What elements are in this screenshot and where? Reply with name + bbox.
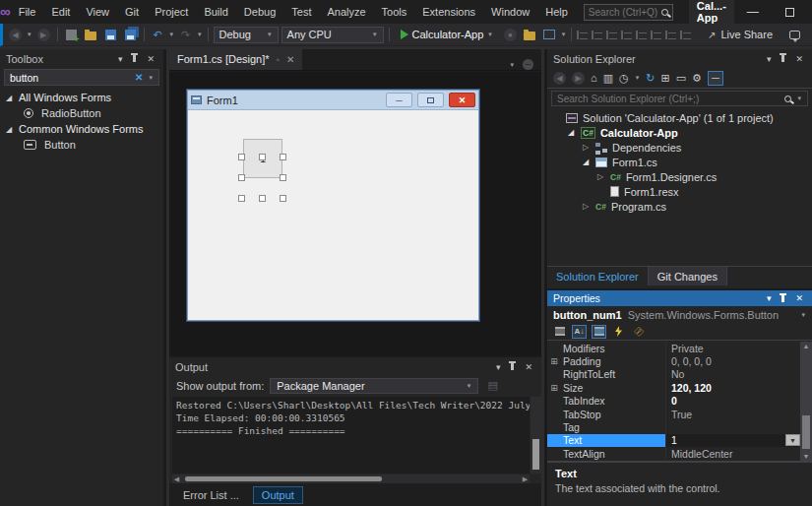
- toolbar-dropdown-icon[interactable]: ▾: [561, 31, 567, 38]
- object-selector-dropdown[interactable]: button_num1 System.Windows.Forms.Button …: [547, 306, 812, 323]
- scroll-left-icon[interactable]: ◀: [172, 475, 181, 483]
- start-debugging-button[interactable]: Calculator-App ▾: [395, 27, 499, 43]
- scrollbar-thumb[interactable]: [185, 476, 382, 481]
- open-folder-button[interactable]: [83, 27, 99, 43]
- selection-handle[interactable]: [238, 154, 245, 160]
- preview-selected-items-icon[interactable]: ▭: [676, 72, 686, 85]
- clear-output-icon[interactable]: ▤: [484, 377, 501, 394]
- make-same-size-icon[interactable]: [680, 30, 692, 40]
- forward-icon[interactable]: ▶: [572, 72, 585, 85]
- property-value[interactable]: 0: [665, 395, 800, 408]
- menu-item-help[interactable]: Help: [537, 0, 576, 24]
- output-source-dropdown[interactable]: Package Manager ▾: [270, 378, 478, 394]
- tab-output[interactable]: Output: [253, 486, 303, 504]
- back-icon[interactable]: ◀: [553, 72, 566, 85]
- quick-search-box[interactable]: [584, 4, 673, 21]
- align-middles-icon[interactable]: [636, 30, 648, 40]
- expander-closed-icon[interactable]: ▷: [595, 172, 605, 181]
- collapse-all-icon[interactable]: ⊞: [660, 72, 669, 85]
- menu-item-window[interactable]: Window: [483, 0, 537, 24]
- output-vertical-scrollbar[interactable]: [531, 397, 541, 474]
- undo-dropdown-icon[interactable]: ▾: [169, 31, 175, 38]
- menu-item-extensions[interactable]: Extensions: [414, 0, 483, 24]
- save-button[interactable]: [102, 27, 119, 43]
- toolbox-group[interactable]: ◢All Windows Forms: [0, 90, 163, 105]
- tree-item-form1-resx[interactable]: Form1.resx: [547, 184, 812, 199]
- tab-git-changes[interactable]: Git Changes: [649, 267, 727, 285]
- property-value[interactable]: 0, 0, 0, 0: [665, 354, 800, 367]
- home-icon[interactable]: ⌂: [591, 72, 597, 84]
- new-project-button[interactable]: [63, 27, 80, 43]
- expand-property-icon[interactable]: ⊞: [547, 381, 561, 394]
- document-tab-form1-design[interactable]: Form1.cs [Design]* ◦ ✕: [169, 48, 302, 70]
- toolbox-search-box[interactable]: ✕ ▾: [4, 69, 159, 86]
- redo-dropdown-icon[interactable]: ▾: [197, 31, 203, 38]
- tree-item-calculator-app[interactable]: ◢C#Calculator-App: [547, 125, 812, 140]
- alphabetical-view-button[interactable]: A↓: [572, 325, 587, 339]
- menu-item-view[interactable]: View: [78, 0, 117, 24]
- menu-item-git[interactable]: Git: [117, 0, 147, 24]
- show-all-files-toggle[interactable]: ─: [708, 71, 723, 86]
- properties-wrench-icon[interactable]: ⚙: [692, 72, 702, 85]
- solution-platform-dropdown[interactable]: Any CPU ▾: [281, 27, 384, 43]
- property-value[interactable]: MiddleCenter: [665, 447, 800, 460]
- chevron-down-icon[interactable]: ▾: [635, 74, 641, 82]
- menu-item-analyze[interactable]: Analyze: [319, 0, 373, 24]
- pin-tab-icon[interactable]: ◦: [277, 54, 281, 65]
- align-bottoms-icon[interactable]: [651, 30, 662, 40]
- chevron-down-icon[interactable]: ▾: [764, 293, 775, 303]
- scroll-right-icon[interactable]: ▶: [521, 475, 530, 483]
- selection-handle[interactable]: [280, 154, 286, 160]
- property-pages-button[interactable]: ⚿: [631, 325, 646, 339]
- quick-search-input[interactable]: [589, 7, 657, 18]
- value-dropdown-button[interactable]: ▼: [785, 434, 800, 446]
- chevron-down-icon[interactable]: ▾: [493, 362, 504, 372]
- close-icon[interactable]: ✕: [792, 54, 806, 64]
- scroll-down-icon[interactable]: ▼: [800, 453, 812, 460]
- selection-handle[interactable]: [259, 154, 266, 160]
- expander-open-icon[interactable]: ◢: [581, 158, 591, 166]
- document-well-options-icon[interactable]: ─: [523, 59, 533, 70]
- property-row-tag[interactable]: Tag: [547, 420, 812, 433]
- property-row-righttoleft[interactable]: RightToLeftNo: [547, 368, 812, 381]
- undo-button[interactable]: ↶: [150, 27, 166, 43]
- toolbox-item-radiobutton[interactable]: RadioButton: [0, 105, 163, 121]
- property-value[interactable]: No: [665, 368, 800, 381]
- expander-closed-icon[interactable]: ▷: [581, 143, 591, 152]
- selection-handle[interactable]: [280, 195, 286, 202]
- align-tops-icon[interactable]: [621, 30, 633, 40]
- navigate-forward-button[interactable]: ▶: [35, 27, 52, 43]
- close-icon[interactable]: ✕: [792, 293, 806, 303]
- tree-item-form1-designer-cs[interactable]: ▷C#Form1.Designer.cs: [547, 169, 812, 184]
- selection-handle[interactable]: [259, 195, 266, 202]
- hot-reload-button[interactable]: ●: [502, 27, 519, 43]
- close-tab-icon[interactable]: ✕: [286, 54, 294, 65]
- property-row-tabindex[interactable]: TabIndex0: [547, 395, 812, 408]
- toolbox-group[interactable]: ◢Common Windows Forms: [0, 121, 163, 137]
- tree-item-form1-cs[interactable]: ◢Form1.cs: [547, 155, 812, 169]
- redo-button[interactable]: ↷: [177, 27, 194, 43]
- align-rights-icon[interactable]: [606, 30, 618, 40]
- selection-handle[interactable]: [238, 174, 245, 181]
- switch-views-icon[interactable]: ▥: [603, 72, 613, 85]
- properties-view-button[interactable]: [592, 325, 606, 339]
- scroll-up-icon[interactable]: ▲: [800, 343, 812, 349]
- menu-item-tools[interactable]: Tools: [374, 0, 415, 24]
- chevron-down-icon[interactable]: ▾: [796, 95, 802, 102]
- pin-icon[interactable]: [133, 55, 136, 62]
- pin-icon[interactable]: [511, 363, 514, 370]
- expander-closed-icon[interactable]: ▷: [581, 202, 591, 211]
- tree-item-solution-calculator-app-1-of-1-project-[interactable]: Solution 'Calculator-App' (1 of 1 projec…: [547, 110, 812, 125]
- feedback-icon[interactable]: [789, 31, 800, 39]
- designer-canvas[interactable]: Form1 ─ ✕ 1: [169, 72, 541, 355]
- pin-icon[interactable]: [781, 295, 784, 302]
- chevron-down-icon[interactable]: ▾: [509, 61, 515, 69]
- live-share-button[interactable]: ↗ Live Share: [702, 29, 779, 40]
- menu-item-edit[interactable]: Edit: [43, 0, 78, 24]
- property-row-padding[interactable]: ⊞Padding0, 0, 0, 0: [547, 354, 812, 367]
- property-row-size[interactable]: ⊞Size120, 120: [547, 381, 812, 394]
- expander-open-icon[interactable]: ◢: [4, 94, 14, 102]
- minimize-button[interactable]: —: [734, 0, 772, 24]
- align-lefts-icon[interactable]: [577, 30, 589, 40]
- save-all-button[interactable]: [122, 27, 139, 43]
